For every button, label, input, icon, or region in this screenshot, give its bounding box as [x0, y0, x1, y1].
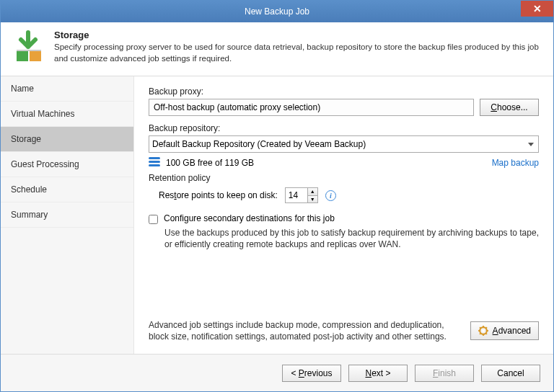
secondary-destinations-desc: Use the backups produced by this job to … — [164, 227, 539, 250]
wizard-window: New Backup Job ✕ Storage Specify process… — [0, 0, 554, 392]
advanced-desc: Advanced job settings include backup mod… — [149, 319, 460, 342]
secondary-destinations-checkbox[interactable] — [149, 215, 158, 224]
window-title: New Backup Job — [245, 6, 309, 17]
backup-proxy-label: Backup proxy: — [149, 86, 539, 97]
previous-button[interactable]: < PreviousPrevious — [282, 365, 341, 382]
sidebar-item-guest-processing[interactable]: Guest Processing — [1, 152, 133, 177]
retention-policy-label: Retention policy — [149, 173, 539, 183]
secondary-destinations-label: Configure secondary destinations for thi… — [164, 213, 335, 223]
backup-proxy-field[interactable] — [149, 99, 474, 116]
svg-rect-1 — [30, 51, 41, 61]
backup-repository-select[interactable]: Default Backup Repository (Created by Ve… — [149, 135, 539, 153]
main-panel: Backup proxy: CChoose...hoose... Backup … — [134, 76, 553, 354]
finish-button: FinishFinish — [415, 365, 474, 382]
sidebar-item-summary[interactable]: Summary — [1, 202, 133, 228]
restore-points-label: Restore points to keep on disk:Restore p… — [159, 190, 278, 200]
sidebar-item-name[interactable]: Name — [1, 76, 133, 102]
close-button[interactable]: ✕ — [521, 1, 553, 17]
svg-point-4 — [482, 329, 485, 332]
titlebar: New Backup Job ✕ — [1, 1, 553, 22]
page-description: Specify processing proxy server to be us… — [54, 42, 543, 64]
spinner-up-icon[interactable]: ▲ — [308, 188, 317, 196]
choose-proxy-button[interactable]: CChoose...hoose... — [480, 99, 539, 116]
sidebar-item-schedule[interactable]: Schedule — [1, 177, 133, 202]
svg-line-12 — [485, 327, 487, 329]
wizard-footer: < PreviousPrevious Next >Next FinishFini… — [1, 354, 553, 391]
advanced-button[interactable]: AdvancedAdvanced — [470, 321, 539, 340]
restore-points-spinner[interactable]: ▲ ▼ — [285, 187, 318, 203]
page-header: Storage Specify processing proxy server … — [1, 22, 553, 76]
backup-repository-label: Backup repository: — [149, 123, 539, 133]
disk-stack-icon — [149, 157, 160, 169]
map-backup-link[interactable]: Map backup — [492, 158, 539, 168]
restore-points-input[interactable] — [286, 188, 307, 202]
spinner-down-icon[interactable]: ▼ — [308, 196, 317, 203]
sidebar-item-storage[interactable]: Storage — [1, 127, 133, 152]
gear-icon — [478, 326, 488, 336]
wizard-sidebar: Name Virtual Machines Storage Guest Proc… — [1, 76, 134, 354]
storage-page-icon — [11, 30, 45, 64]
next-button[interactable]: Next >Next — [348, 365, 408, 382]
svg-line-10 — [485, 333, 487, 334]
sidebar-item-virtual-machines[interactable]: Virtual Machines — [1, 102, 133, 127]
svg-line-9 — [480, 327, 481, 329]
svg-rect-0 — [17, 51, 28, 61]
free-space-text: 100 GB free of 119 GB — [166, 158, 486, 168]
info-icon[interactable]: i — [325, 190, 336, 201]
svg-rect-2 — [17, 50, 41, 51]
cancel-button[interactable]: Cancel — [481, 365, 540, 382]
page-title: Storage — [54, 30, 543, 40]
svg-line-11 — [480, 333, 481, 334]
backup-repository-value: Default Backup Repository (Created by Ve… — [152, 139, 366, 149]
